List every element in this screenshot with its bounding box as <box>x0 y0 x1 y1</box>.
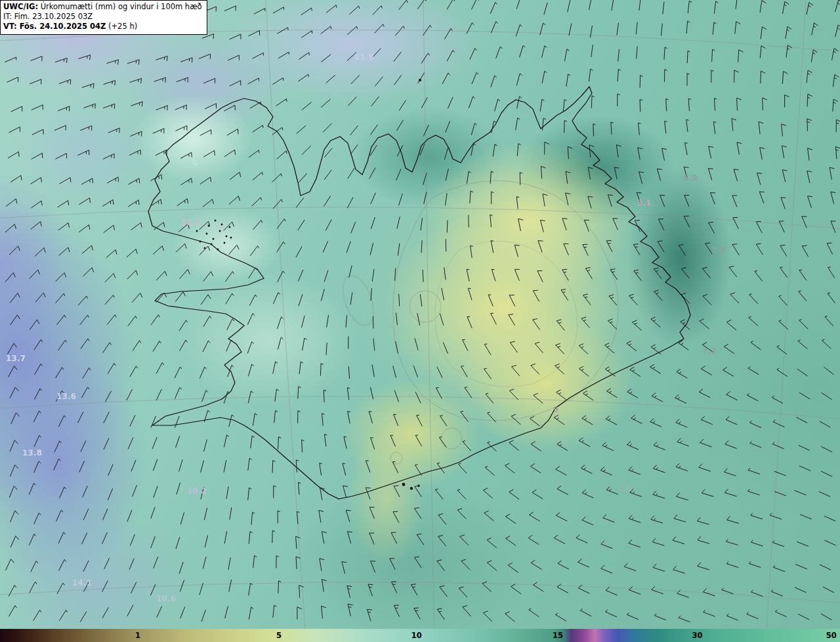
colorbar-tick-label: 30 <box>692 631 702 640</box>
wind-barbs-layer <box>5 0 840 622</box>
graticule-lines <box>0 0 840 629</box>
map-value-label: 14.1 <box>72 578 92 588</box>
colorbar-tick-label: 1 <box>135 631 140 640</box>
map-overlay <box>0 0 840 629</box>
map-value-label: 13.6 <box>56 392 76 401</box>
map-value-label: 13.8 <box>22 448 42 458</box>
map-value-label: 3.1 <box>637 198 652 207</box>
coastline <box>148 79 690 499</box>
map-value-label: 6 <box>192 158 198 167</box>
map-value-label: 7.0 <box>711 246 726 255</box>
model-title: UWC/IG: Úrkomumætti (mm) og vindur i 100… <box>3 2 202 12</box>
map-value-label: 11.8 <box>354 53 374 62</box>
model-name: UWC/IG: <box>3 2 38 11</box>
map-value-label: 10.6 <box>156 594 176 603</box>
weather-map-page: { "header": { "title_label": "UWC/IG:", … <box>0 0 840 642</box>
wind-barbs <box>5 0 840 622</box>
map-value-label: 10.2 <box>187 486 207 496</box>
init-time: IT: Fim. 23.10.2025 03Z <box>3 12 202 22</box>
small-islands <box>196 79 421 490</box>
map-value-label: 7.2 <box>702 347 717 356</box>
colorbar-tick-label: 50 <box>826 631 837 640</box>
colorbar-tick-label: 15 <box>553 631 563 640</box>
info-box: UWC/IG: Úrkomumætti (mm) og vindur i 100… <box>0 0 207 35</box>
precipitation-colorbar: 1510153050 <box>0 629 840 642</box>
colorbar-tick-label: 5 <box>276 631 282 640</box>
map-value-label: 6.9 <box>683 173 698 182</box>
map-value-label: 7.4 <box>618 484 632 493</box>
precipitation-contours <box>337 181 619 464</box>
weather-map: 11.8612.26.93.17.07.213.713.613.810.27.4… <box>0 0 840 629</box>
product-title: Úrkomumætti (mm) og vindur i 100m hæð <box>41 2 202 11</box>
valid-time: VT: Fös. 24.10.2025 04Z (+25 h) <box>3 22 202 32</box>
map-value-label: 13.7 <box>6 354 26 363</box>
colorbar-tick-label: 10 <box>411 631 422 640</box>
map-value-label: 12.2 <box>181 218 201 227</box>
map-value-label: 9 <box>553 405 559 414</box>
